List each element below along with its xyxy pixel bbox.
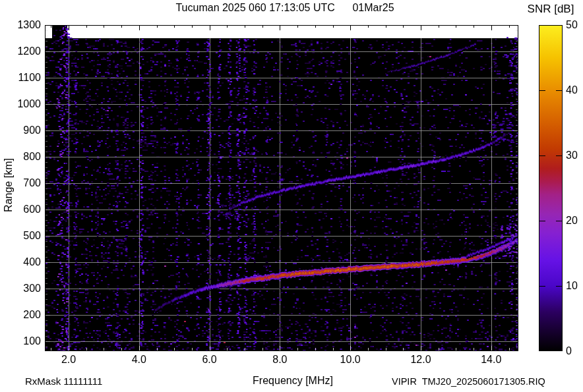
y-tick-label: 1000 <box>7 98 41 110</box>
data-file-name: VIPIR TMJ20_2025060171305.RIQ <box>392 376 545 387</box>
x-axis-label: Frequency [MHz] <box>227 375 359 387</box>
ionogram-window: Tucuman 2025 060 17:13:05 UTC 01Mar25 SN… <box>0 0 583 392</box>
y-tick-label: 100 <box>7 335 41 347</box>
x-tick-label: 12.0 <box>401 354 441 366</box>
x-tick-label: 6.0 <box>190 354 230 366</box>
colorbar-tick-label: 0 <box>566 345 583 357</box>
colorbar-tick-label: 40 <box>566 84 583 96</box>
colorbar-title: SNR [dB] <box>519 3 582 16</box>
y-tick-label: 500 <box>7 230 41 242</box>
y-tick-label: 900 <box>7 125 41 136</box>
y-tick-label: 1100 <box>7 72 41 84</box>
plot-title: Tucuman 2025 060 17:13:05 UTC 01Mar25 <box>0 2 570 14</box>
colorbar-tick-label: 30 <box>566 150 583 161</box>
y-tick-label: 300 <box>7 283 41 294</box>
rx-mask-status: RxMask 11111111 <box>25 376 102 387</box>
colorbar-tick-label: 50 <box>566 19 583 31</box>
y-tick-label: 1200 <box>7 45 41 57</box>
x-tick-label: 8.0 <box>260 354 299 366</box>
y-tick-label: 200 <box>7 309 41 321</box>
y-tick-label: 600 <box>7 204 41 215</box>
y-tick-label: 700 <box>7 177 41 189</box>
x-tick-label: 14.0 <box>472 354 511 366</box>
colorbar-tick-label: 10 <box>566 280 583 292</box>
y-tick-label: 400 <box>7 256 41 268</box>
x-tick-label: 10.0 <box>330 354 370 366</box>
x-tick-label: 2.0 <box>49 354 88 366</box>
y-tick-label: 800 <box>7 151 41 163</box>
colorbar-tick-label: 20 <box>566 215 583 227</box>
ionogram-heatmap-canvas <box>0 0 583 392</box>
y-tick-label: 1300 <box>7 19 41 31</box>
x-tick-label: 4.0 <box>119 354 159 366</box>
